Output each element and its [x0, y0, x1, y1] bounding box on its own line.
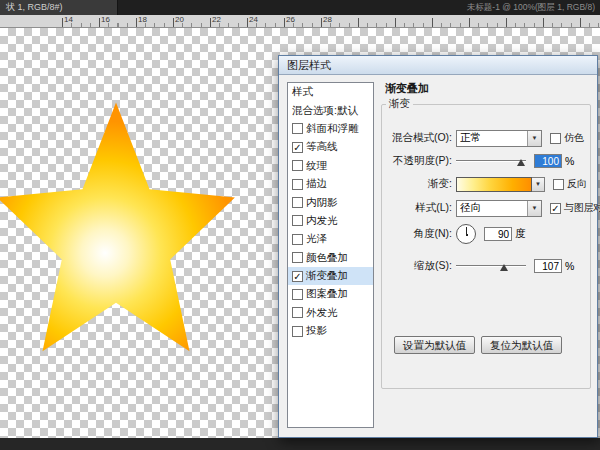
ruler-number: 16: [101, 15, 110, 24]
style-list-item[interactable]: ✓渐变叠加: [288, 267, 373, 285]
style-list-item[interactable]: 斜面和浮雕: [288, 120, 373, 138]
style-list-item[interactable]: 外发光: [288, 304, 373, 322]
align-with-layer-label: 与图层对齐: [564, 201, 600, 215]
dialog-body: 样式混合选项:默认斜面和浮雕✓等高线纹理描边内阴影内发光光泽颜色叠加✓渐变叠加图…: [279, 75, 597, 437]
style-item-label: 颜色叠加: [306, 251, 348, 265]
style-item-checkbox[interactable]: [292, 326, 303, 337]
style-list-item[interactable]: 样式: [288, 83, 373, 101]
gradient-row: 渐变: ▼ 反向: [386, 175, 586, 193]
style-dropdown[interactable]: 径向 ▼: [456, 200, 542, 217]
blend-mode-dropdown[interactable]: 正常 ▼: [456, 130, 542, 147]
application-top-bar: 状 1, RGB/8#) 未标题-1 @ 100%(图层 1, RGB/8): [0, 0, 600, 15]
style-item-checkbox[interactable]: ✓: [292, 271, 303, 282]
blend-mode-row: 混合模式(O): 正常 ▼ 仿色: [386, 129, 583, 147]
style-item-checkbox[interactable]: [292, 197, 303, 208]
style-list-item[interactable]: 图案叠加: [288, 285, 373, 303]
style-item-checkbox[interactable]: [292, 160, 303, 171]
scale-label: 缩放(S):: [386, 259, 452, 273]
bottom-strip: [0, 438, 600, 450]
scale-slider[interactable]: [456, 260, 526, 272]
style-item-label: 内阴影: [306, 196, 338, 210]
ruler-number: 20: [175, 15, 184, 24]
ruler-number: 14: [64, 15, 73, 24]
chevron-down-icon[interactable]: ▼: [527, 201, 541, 216]
dialog-title-bar[interactable]: 图层样式: [279, 56, 597, 75]
style-list-item[interactable]: 混合选项:默认: [288, 101, 373, 119]
style-list-item[interactable]: 内发光: [288, 212, 373, 230]
gradient-picker-arrow-icon[interactable]: ▼: [532, 177, 545, 192]
style-list-item[interactable]: 纹理: [288, 157, 373, 175]
reset-default-button[interactable]: 复位为默认值: [481, 336, 562, 354]
panel-header: 渐变叠加: [385, 81, 429, 96]
reverse-label: 反向: [567, 177, 586, 191]
chevron-down-icon[interactable]: ▼: [527, 131, 541, 146]
default-buttons-row: 设置为默认值 复位为默认值: [394, 336, 568, 354]
reverse-checkbox[interactable]: [553, 179, 564, 190]
style-item-label: 混合选项:默认: [292, 104, 358, 118]
style-item-label: 渐变叠加: [306, 269, 348, 283]
star-shape[interactable]: [0, 28, 250, 388]
photoshop-window: 状 1, RGB/8#) 未标题-1 @ 100%(图层 1, RGB/8) 1…: [0, 0, 600, 450]
opacity-value[interactable]: 100: [534, 154, 562, 168]
ruler-number: 24: [249, 15, 258, 24]
align-with-layer-checkbox[interactable]: ✓: [550, 203, 561, 214]
document-tab[interactable]: 状 1, RGB/8#): [0, 0, 118, 15]
style-item-checkbox[interactable]: [292, 307, 303, 318]
angle-unit: 度: [515, 227, 526, 241]
scale-slider-thumb[interactable]: [500, 264, 508, 271]
style-list-item[interactable]: 投影: [288, 322, 373, 340]
style-item-label: 光泽: [306, 232, 327, 246]
scale-value[interactable]: 107: [534, 259, 562, 273]
style-item-label: 纹理: [306, 159, 327, 173]
ruler-number: 18: [138, 15, 147, 24]
style-item-checkbox[interactable]: [292, 215, 303, 226]
scale-unit: %: [565, 260, 574, 272]
document-tab-label: 状 1, RGB/8#): [6, 2, 63, 12]
opacity-unit: %: [565, 155, 574, 167]
ruler-number: 26: [286, 15, 295, 24]
scale-row: 缩放(S): 107 %: [386, 257, 574, 275]
style-item-label: 斜面和浮雕: [306, 122, 359, 136]
style-item-checkbox[interactable]: [292, 123, 303, 134]
style-item-checkbox[interactable]: [292, 234, 303, 245]
horizontal-ruler[interactable]: 1416182022242628: [0, 15, 600, 28]
style-list-item[interactable]: 颜色叠加: [288, 249, 373, 267]
gradient-group-label: 渐变: [386, 97, 413, 111]
style-item-label: 等高线: [306, 140, 338, 154]
opacity-slider-thumb[interactable]: [517, 159, 525, 166]
star-polygon: [0, 103, 235, 352]
style-value: 径向: [457, 201, 527, 215]
style-list-item[interactable]: ✓等高线: [288, 138, 373, 156]
style-item-label: 投影: [306, 324, 327, 338]
opacity-slider[interactable]: [456, 155, 526, 167]
style-item-label: 内发光: [306, 214, 338, 228]
gradient-label: 渐变:: [386, 177, 452, 191]
layer-style-dialog: 图层样式 样式混合选项:默认斜面和浮雕✓等高线纹理描边内阴影内发光光泽颜色叠加✓…: [278, 55, 598, 438]
style-label: 样式(L):: [386, 201, 452, 215]
opacity-row: 不透明度(P): 100 %: [386, 152, 574, 170]
angle-label: 角度(N):: [386, 227, 452, 241]
layer-styles-list[interactable]: 样式混合选项:默认斜面和浮雕✓等高线纹理描边内阴影内发光光泽颜色叠加✓渐变叠加图…: [287, 82, 374, 428]
style-item-checkbox[interactable]: [292, 289, 303, 300]
make-default-button[interactable]: 设置为默认值: [394, 336, 475, 354]
style-item-label: 图案叠加: [306, 287, 348, 301]
style-item-label: 外发光: [306, 306, 338, 320]
blend-mode-value: 正常: [457, 131, 527, 145]
style-item-checkbox[interactable]: [292, 179, 303, 190]
angle-value[interactable]: 90: [484, 227, 512, 241]
style-item-label: 描边: [306, 177, 327, 191]
angle-row: 角度(N): 90 度: [386, 225, 526, 243]
style-list-item[interactable]: 内阴影: [288, 193, 373, 211]
style-item-label: 样式: [292, 85, 313, 99]
opacity-label: 不透明度(P):: [386, 154, 452, 168]
style-item-checkbox[interactable]: ✓: [292, 142, 303, 153]
style-item-checkbox[interactable]: [292, 252, 303, 263]
dither-checkbox[interactable]: [550, 133, 561, 144]
gradient-preview[interactable]: [456, 177, 532, 192]
angle-dial[interactable]: [456, 224, 476, 244]
dialog-title: 图层样式: [287, 59, 331, 71]
blend-mode-label: 混合模式(O):: [386, 131, 452, 145]
style-list-item[interactable]: 描边: [288, 175, 373, 193]
style-list-item[interactable]: 光泽: [288, 230, 373, 248]
gradient-group: 渐变 混合模式(O): 正常 ▼ 仿色 不透明度(P):: [381, 97, 591, 389]
